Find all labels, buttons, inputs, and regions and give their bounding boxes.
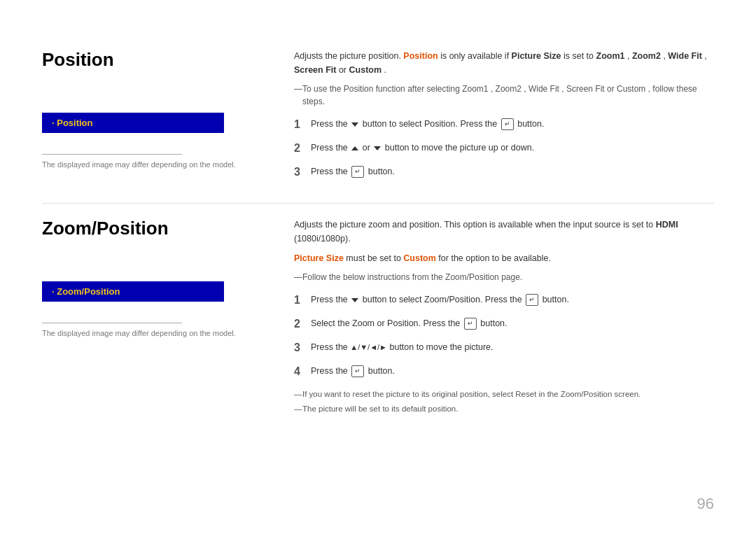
zoom-bottom-text1: If you want to reset the picture to its … (302, 390, 515, 398)
step-num-1: 1 (294, 116, 311, 133)
desc-text-1: Adjusts the picture position. (294, 51, 403, 61)
page-number: 96 (697, 495, 714, 513)
desc-picture-size: Picture Size (512, 51, 561, 61)
position-step-3: 3 Press the ↵ button. (294, 165, 714, 181)
zoom-step-num-4: 4 (294, 363, 311, 380)
zoom-hdmi: HDMI (656, 220, 678, 230)
zoom-step-num-1: 1 (294, 292, 311, 309)
zoom-note: The displayed image may differ depending… (42, 329, 266, 337)
desc-zoom2: Zoom2 (632, 51, 661, 61)
desc-text-7: or (339, 65, 349, 75)
zoom-picture-size: Picture Size (294, 253, 344, 263)
sub-note-custom: Custom (617, 84, 645, 94)
desc-text-6: , (704, 51, 706, 61)
follow-text2: page. (501, 272, 522, 282)
zoom-step-2: 2 Select the Zoom or Position. Press the… (294, 317, 714, 332)
enter-btn-2: ↵ (351, 166, 364, 178)
position-section: Position · Position The displayed image … (42, 28, 714, 203)
zoom-step-num-3: 3 (294, 339, 311, 356)
zoom-description: Adjusts the picture zoom and position. T… (294, 218, 714, 246)
sub-note-text1: To use the (302, 84, 344, 94)
zoom-step2-zoom: Zoom (352, 318, 374, 328)
desc-zoom1: Zoom1 (596, 51, 625, 61)
zoom-section: Zoom/Position · Zoom/Position The displa… (42, 204, 714, 419)
zoom-step-4: 4 Press the ↵ button. (294, 365, 714, 380)
sub-note-text2: function after selecting (376, 84, 462, 94)
zoom-follow-note: Follow the below instructions from the Z… (294, 271, 714, 283)
zoom-step-1: 1 Press the button to select Zoom/Positi… (294, 293, 714, 309)
zoom-step-text-2: Select the Zoom or Position. Press the ↵… (311, 317, 714, 330)
zoom-desc-text2: (1080i/1080p). (294, 234, 351, 244)
position-sub-note: To use the Position function after selec… (294, 83, 714, 108)
zoom-bottom-note-2: The picture will be set to its default p… (294, 403, 714, 415)
position-description: Adjusts the picture position. Position i… (294, 49, 714, 77)
sub-note-text4: , (524, 84, 528, 94)
sub-note-text5: , (561, 84, 566, 94)
arrow-up-icon-1 (351, 146, 358, 150)
desc-text-2: is only available if (440, 51, 511, 61)
sub-note-zoom1: Zoom1 (462, 84, 488, 94)
zoom-custom: Custom (403, 253, 436, 263)
zoom-menu-box: · Zoom/Position (42, 281, 224, 302)
desc-text-3: is set to (564, 51, 596, 61)
zoom-arrows-icon: ▲/▼/◄/► (350, 343, 387, 351)
zoom-arrow-down-1 (351, 298, 358, 302)
desc-custom: Custom (349, 65, 382, 75)
position-menu-box: · Position (42, 113, 224, 133)
zoom-picture-size-note: Picture Size must be set to Custom for t… (294, 251, 714, 265)
desc-text-8: . (384, 65, 386, 75)
sub-note-text6: or (607, 84, 617, 94)
zoom-step-num-2: 2 (294, 316, 311, 332)
zoom-step-text-1: Press the button to select Zoom/Position… (311, 293, 714, 307)
step-num-2: 2 (294, 140, 311, 157)
zoom-divider (42, 323, 182, 323)
zoom-step-3: 3 Press the ▲/▼/◄/► button to move the p… (294, 341, 714, 356)
zoom-bottom-default: The picture will be set to its default p… (302, 405, 458, 413)
follow-text1: Follow the below instructions from the (302, 272, 445, 282)
step1-position: Position (424, 119, 455, 129)
position-step-1: 1 Press the button to select Position. P… (294, 118, 714, 133)
position-note: The displayed image may differ depending… (42, 160, 266, 169)
position-title: Position (42, 49, 266, 71)
zoom-reset: Reset (515, 390, 536, 398)
zoom-step-text-3: Press the ▲/▼/◄/► button to move the pic… (311, 341, 714, 354)
position-step-2: 2 Press the or button to move the pictur… (294, 141, 714, 157)
step-text-3: Press the ↵ button. (311, 165, 714, 178)
page: Position · Position The displayed image … (0, 0, 756, 534)
sub-note-zoom2: Zoom2 (496, 84, 522, 94)
zoom-enter-btn-1: ↵ (526, 294, 538, 307)
position-left-col: Position · Position The displayed image … (42, 49, 266, 189)
position-right-col: Adjusts the picture position. Position i… (294, 49, 714, 189)
zoom-step1-highlight: Zoom/Position (424, 295, 480, 304)
step-text-1: Press the button to select Position. Pre… (311, 118, 714, 131)
desc-position-highlight: Position (403, 51, 438, 61)
sub-note-wide: Wide Fit (528, 84, 559, 94)
desc-text-4: , (627, 51, 632, 61)
zoom-title: Zoom/Position (42, 218, 266, 239)
follow-highlight: Zoom/Position (445, 272, 499, 282)
zoom-bottom-zoom-pos: Zoom/Position (561, 390, 612, 398)
zoom-step2-position: Position (387, 318, 418, 328)
position-steps: 1 Press the button to select Position. P… (294, 118, 714, 181)
zoom-steps: 1 Press the button to select Zoom/Positi… (294, 293, 714, 380)
zoom-enter-btn-3: ↵ (351, 365, 364, 378)
zoom-enter-btn-2: ↵ (464, 318, 477, 330)
zoom-must: must be set to (346, 253, 403, 263)
sub-note-position: Position (344, 84, 374, 94)
zoom-step-text-4: Press the ↵ button. (311, 365, 714, 378)
enter-btn-1: ↵ (501, 118, 514, 131)
position-divider (42, 154, 182, 155)
zoom-left-col: Zoom/Position · Zoom/Position The displa… (42, 218, 266, 419)
zoom-bottom-text2: in the (539, 390, 561, 398)
desc-screen-fit: Screen Fit (294, 65, 336, 75)
step-num-3: 3 (294, 164, 311, 181)
zoom-bottom-note-1: If you want to reset the picture to its … (294, 388, 714, 400)
sub-note-screen: Screen Fit (566, 84, 605, 94)
arrow-down-icon-2 (374, 146, 381, 150)
zoom-bottom-text3: screen. (615, 390, 641, 398)
desc-wide-fit: Wide Fit (668, 51, 702, 61)
arrow-down-icon-1 (351, 122, 358, 127)
step-text-2: Press the or button to move the picture … (311, 141, 714, 155)
zoom-for: for the option to be available. (438, 253, 551, 263)
zoom-right-col: Adjusts the picture zoom and position. T… (294, 218, 714, 419)
